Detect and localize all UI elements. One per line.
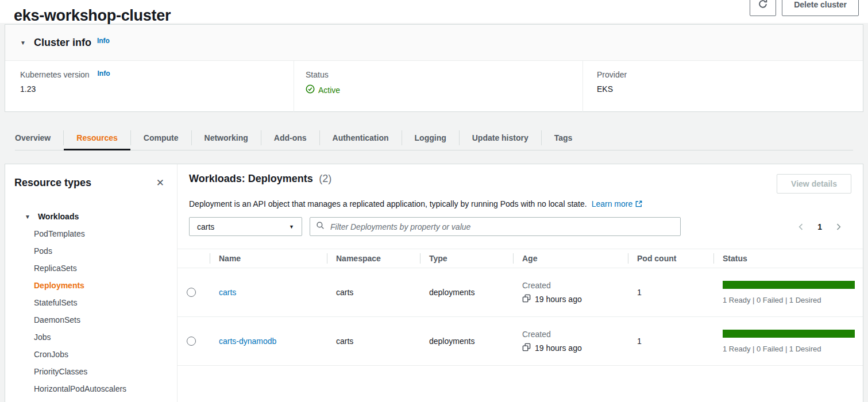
kubernetes-version-info-link[interactable]: Info — [98, 69, 110, 78]
status-bar — [723, 330, 855, 338]
pod-count-column-header[interactable]: Pod count — [628, 249, 713, 268]
refresh-button[interactable] — [750, 0, 776, 16]
deployment-type: deployments — [420, 337, 513, 346]
copy-icon[interactable] — [522, 343, 531, 353]
tab-tags[interactable]: Tags — [542, 125, 585, 150]
deployment-age: Created 19 hours ago — [513, 330, 628, 353]
tab-authentication[interactable]: Authentication — [320, 125, 402, 150]
cluster-tabs: Overview Resources Compute Networking Ad… — [15, 125, 853, 150]
refresh-icon — [758, 0, 768, 11]
learn-more-link[interactable]: Learn more — [592, 199, 633, 208]
tab-compute[interactable]: Compute — [131, 125, 191, 150]
select-column-header — [178, 249, 210, 268]
sidebar-item-cronjobs[interactable]: CronJobs — [14, 346, 168, 363]
check-circle-icon — [306, 84, 315, 95]
row-radio-button[interactable] — [187, 288, 196, 297]
copy-icon[interactable] — [522, 294, 531, 304]
kubernetes-version-value: 1.23 — [20, 84, 294, 94]
previous-page-button[interactable] — [796, 222, 806, 232]
cluster-info-info-link[interactable]: Info — [97, 37, 110, 45]
filter-dropdown[interactable]: carts ▼ — [189, 217, 302, 236]
deployment-pod-count: 1 — [628, 337, 713, 346]
cluster-info-body: Kubernetes version Info 1.23 Status Acti… — [5, 61, 863, 112]
status-label: Status — [306, 70, 582, 79]
filter-row: carts ▼ 1 — [189, 217, 851, 236]
deployments-table: Name Namespace Type Age Pod count Status… — [178, 249, 863, 366]
status-column-header[interactable]: Status — [713, 249, 863, 268]
sidebar-item-statefulsets[interactable]: StatefulSets — [14, 294, 168, 311]
sidebar-item-deployments[interactable]: Deployments — [14, 277, 168, 294]
deployment-age: Created 19 hours ago — [513, 281, 628, 304]
sidebar-item-pods[interactable]: Pods — [14, 242, 168, 260]
sidebar-item-podtemplates[interactable]: PodTemplates — [14, 225, 168, 242]
row-radio-button[interactable] — [187, 337, 196, 346]
page-header: eks-workshop-cluster Delete cluster — [0, 0, 868, 23]
sidebar-item-horizontalpodautoscalers[interactable]: HorizontalPodAutoscalers — [14, 380, 168, 397]
resources-panel: Resource types ✕ ▼ Workloads PodTemplate… — [5, 164, 863, 402]
status-summary: 1 Ready | 0 Failed | 1 Desired — [723, 296, 855, 304]
caret-down-icon[interactable]: ▼ — [25, 214, 30, 220]
age-column-header[interactable]: Age — [513, 249, 628, 268]
tab-logging[interactable]: Logging — [402, 125, 459, 150]
deployment-name-link[interactable]: carts-dynamodb — [219, 337, 276, 346]
sidebar-item-priorityclasses[interactable]: PriorityClasses — [14, 363, 168, 380]
dropdown-caret-icon: ▼ — [289, 224, 294, 230]
deployments-content: Workloads: Deployments (2) View details … — [178, 164, 863, 402]
status-bar — [723, 281, 855, 289]
resource-types-title: Resource types — [14, 177, 91, 189]
provider-value: EKS — [597, 84, 863, 94]
kubernetes-version-field: Kubernetes version Info 1.23 — [5, 61, 294, 112]
deployments-title: Workloads: Deployments (2) — [189, 173, 331, 185]
status-field: Status Active — [294, 61, 582, 112]
close-icon[interactable]: ✕ — [153, 177, 168, 189]
tab-networking[interactable]: Networking — [192, 125, 261, 150]
deployments-description: Deployment is an API object that manages… — [189, 199, 851, 208]
search-icon — [316, 221, 325, 232]
provider-label: Provider — [597, 70, 863, 79]
resource-types-tree: ▼ Workloads PodTemplates Pods ReplicaSet… — [14, 208, 168, 397]
delete-cluster-button[interactable]: Delete cluster — [782, 0, 859, 16]
collapse-caret-icon[interactable]: ▼ — [20, 40, 26, 46]
cluster-info-header[interactable]: ▼ Cluster info Info — [5, 25, 863, 61]
page-title: eks-workshop-cluster — [14, 7, 171, 25]
deployment-namespace: carts — [327, 337, 420, 346]
table-header-row: Name Namespace Type Age Pod count Status — [178, 249, 863, 268]
current-page[interactable]: 1 — [817, 222, 822, 231]
tab-update-history[interactable]: Update history — [460, 125, 541, 150]
tab-overview[interactable]: Overview — [15, 125, 63, 150]
deployment-pod-count: 1 — [628, 288, 713, 297]
search-input[interactable] — [329, 222, 674, 232]
status-summary: 1 Ready | 0 Failed | 1 Desired — [723, 345, 855, 353]
resource-types-sidebar: Resource types ✕ ▼ Workloads PodTemplate… — [5, 164, 178, 402]
deployments-count: (2) — [319, 173, 331, 184]
name-column-header[interactable]: Name — [210, 249, 327, 268]
next-page-button[interactable] — [834, 222, 843, 232]
view-details-button[interactable]: View details — [777, 174, 851, 194]
type-column-header[interactable]: Type — [420, 249, 513, 268]
pagination: 1 — [796, 222, 843, 232]
external-link-icon — [635, 200, 643, 210]
filter-dropdown-value: carts — [197, 222, 214, 231]
header-actions: Delete cluster — [750, 0, 859, 16]
cluster-info-title: Cluster info — [34, 37, 91, 49]
provider-field: Provider EKS — [582, 61, 863, 112]
sidebar-item-jobs[interactable]: Jobs — [14, 328, 168, 346]
deployment-status: 1 Ready | 0 Failed | 1 Desired — [713, 330, 863, 353]
table-row: carts carts deployments Created 19 hours… — [178, 268, 863, 317]
tab-resources[interactable]: Resources — [64, 125, 130, 150]
resource-types-header: Resource types ✕ — [14, 177, 168, 189]
status-value: Active — [306, 84, 582, 95]
deployment-name-link[interactable]: carts — [219, 288, 236, 297]
deployment-status: 1 Ready | 0 Failed | 1 Desired — [713, 281, 863, 304]
sidebar-item-replicasets[interactable]: ReplicaSets — [14, 260, 168, 277]
search-box — [310, 217, 681, 236]
namespace-column-header[interactable]: Namespace — [327, 249, 420, 268]
deployment-namespace: carts — [327, 288, 420, 297]
deployment-type: deployments — [420, 288, 513, 297]
kubernetes-version-label: Kubernetes version Info — [20, 70, 294, 79]
table-row: carts-dynamodb carts deployments Created… — [178, 317, 863, 366]
tab-add-ons[interactable]: Add-ons — [261, 125, 319, 150]
sidebar-item-daemonsets[interactable]: DaemonSets — [14, 311, 168, 328]
cluster-info-panel: ▼ Cluster info Info Kubernetes version I… — [5, 24, 863, 112]
tree-group-workloads[interactable]: ▼ Workloads — [14, 208, 168, 225]
